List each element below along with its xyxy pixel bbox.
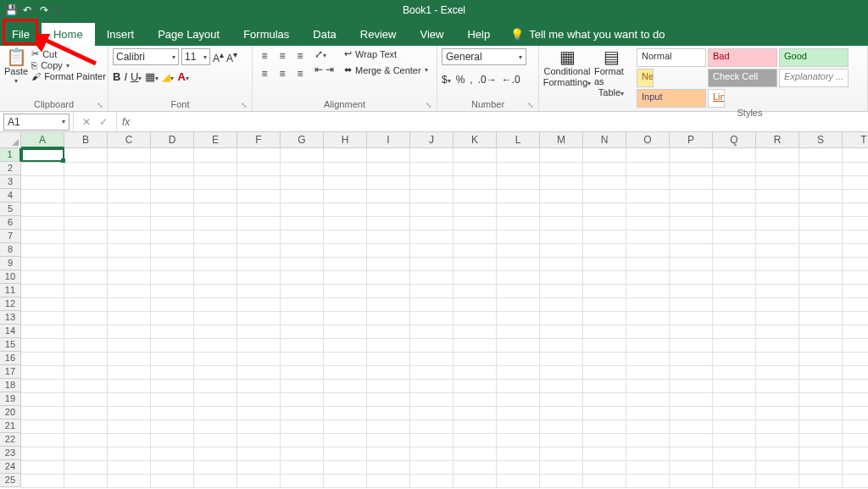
cell[interactable] [151,338,194,352]
cell[interactable] [108,311,151,325]
cell[interactable] [21,338,64,352]
cell[interactable] [712,311,755,325]
cell[interactable] [626,203,670,216]
row-header[interactable]: 9 [0,257,21,270]
tab-review[interactable]: Review [348,23,409,46]
cell[interactable] [194,270,237,284]
cell[interactable] [712,175,755,189]
style-good[interactable]: Good [779,48,849,67]
cell[interactable] [237,474,281,487]
cell[interactable] [842,433,868,447]
cell[interactable] [670,325,713,338]
cell[interactable] [842,311,868,325]
tab-view[interactable]: View [408,23,455,46]
cell[interactable] [367,257,410,270]
cell[interactable] [367,420,410,433]
cell[interactable] [410,230,453,243]
cell[interactable] [237,311,281,325]
cell[interactable] [540,243,583,257]
cell[interactable] [367,365,410,379]
cell[interactable] [324,406,367,420]
cell[interactable] [324,216,367,230]
cell[interactable] [453,230,497,243]
cell[interactable] [64,474,108,487]
cell[interactable] [194,379,237,392]
cell[interactable] [798,297,842,311]
cell[interactable] [670,270,713,284]
cell[interactable] [712,460,755,474]
cell[interactable] [497,311,540,325]
comma-button[interactable]: , [470,74,472,86]
column-header[interactable]: S [799,132,843,148]
cell[interactable] [712,284,755,297]
cell[interactable] [108,392,151,406]
cell[interactable] [712,270,755,284]
cell[interactable] [410,447,453,460]
cell[interactable] [755,311,798,325]
cell[interactable] [626,216,670,230]
style-check-cell[interactable]: Check Cell [708,69,777,87]
cell[interactable] [453,420,497,433]
decrease-font-icon[interactable]: A▾ [226,50,237,64]
cell[interactable] [237,433,281,447]
cell[interactable] [626,447,670,460]
cell[interactable] [453,325,497,338]
cell[interactable] [583,203,626,216]
row-header[interactable]: 16 [0,352,21,365]
cell[interactable] [626,243,670,257]
format-as-table-button[interactable]: ▤ Format as Table▾ [594,48,628,97]
column-header[interactable]: O [626,132,670,148]
cell[interactable] [367,311,410,325]
cell[interactable] [194,325,237,338]
cell[interactable] [237,352,281,365]
cell[interactable] [670,474,713,487]
cell[interactable] [281,162,324,175]
cell[interactable] [842,257,868,270]
cell[interactable] [108,447,151,460]
cell[interactable] [626,420,670,433]
cell[interactable] [410,257,453,270]
cell[interactable] [367,230,410,243]
cell[interactable] [281,447,324,460]
cell[interactable] [842,216,868,230]
cell[interactable] [670,257,713,270]
conditional-formatting-button[interactable]: ▦ Conditional Formatting▾ [543,48,591,87]
cell[interactable] [151,270,194,284]
cell[interactable] [755,230,798,243]
cell[interactable] [497,257,540,270]
row-header[interactable]: 18 [0,379,21,392]
cell[interactable] [798,230,842,243]
cell[interactable] [798,433,842,447]
cell[interactable] [755,460,798,474]
cell[interactable] [410,325,453,338]
cell[interactable] [194,216,237,230]
cell[interactable] [237,216,281,230]
cell[interactable] [453,297,497,311]
cell[interactable] [108,216,151,230]
cell[interactable] [842,162,868,175]
cell[interactable] [64,284,108,297]
cell[interactable] [497,216,540,230]
cell[interactable] [755,270,798,284]
cell[interactable] [237,325,281,338]
row-header[interactable]: 14 [0,325,21,338]
cell[interactable] [842,352,868,365]
dialog-launcher-icon[interactable]: ⤡ [527,101,534,109]
cell[interactable] [410,162,453,175]
decrease-decimal-icon[interactable]: ←.0 [502,74,520,86]
cell[interactable] [64,203,108,216]
cell[interactable] [626,257,670,270]
cell[interactable] [108,420,151,433]
cell[interactable] [21,365,64,379]
cell[interactable] [755,216,798,230]
cell[interactable] [583,175,626,189]
cell[interactable] [151,162,194,175]
cell[interactable] [367,379,410,392]
cell[interactable] [194,257,237,270]
cell[interactable] [410,311,453,325]
row-header[interactable]: 1 [0,148,21,162]
cell[interactable] [497,420,540,433]
tab-formulas[interactable]: Formulas [231,23,301,46]
redo-icon[interactable]: ↷▾ [40,4,52,16]
cell[interactable] [540,338,583,352]
